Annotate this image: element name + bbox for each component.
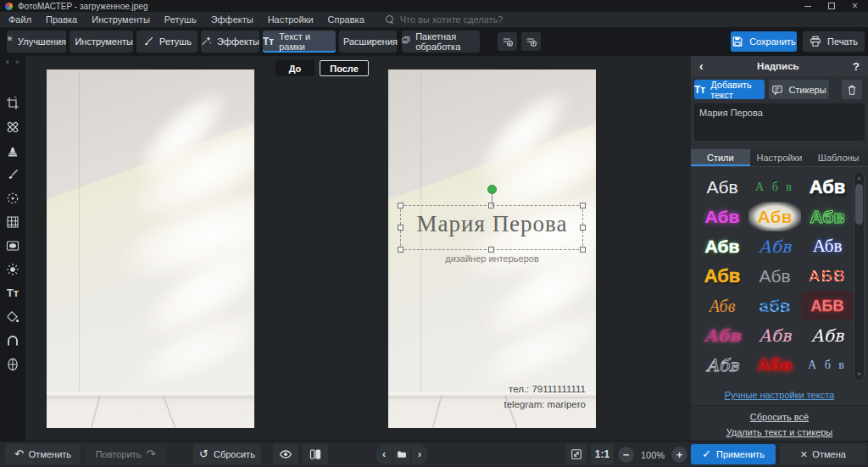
resize-handle[interactable]: [580, 247, 586, 253]
resize-handle[interactable]: [398, 225, 403, 231]
import-preset-button[interactable]: [521, 32, 541, 51]
text-style-tile[interactable]: Абв: [801, 172, 854, 202]
save-button[interactable]: Сохранить: [731, 31, 797, 52]
add-text-button[interactable]: Tт Добавить текст: [694, 80, 765, 99]
rotate-handle[interactable]: [487, 185, 497, 194]
menu-file[interactable]: Файл: [8, 14, 31, 25]
delete-text-stickers-link[interactable]: Удалить текст и стикеры: [691, 427, 868, 437]
zoom-in-button[interactable]: +: [671, 447, 687, 463]
text-style-tile[interactable]: Абв: [748, 261, 801, 291]
text-style-tile[interactable]: АБВ: [801, 261, 854, 291]
tab-retouch[interactable]: Ретушь: [136, 31, 198, 53]
text-style-tile[interactable]: А б в: [748, 172, 801, 202]
text-tool-icon[interactable]: Tт: [6, 286, 19, 300]
apply-button[interactable]: ✓ Применить: [691, 444, 776, 464]
menu-retouch[interactable]: Ретушь: [164, 14, 197, 25]
vignette-icon[interactable]: [6, 239, 19, 253]
text-style-tile[interactable]: Абв: [801, 320, 854, 350]
scrollbar-thumb[interactable]: [855, 184, 863, 225]
text-style-tile[interactable]: Абв: [748, 231, 801, 261]
close-icon[interactable]: ×: [852, 2, 858, 10]
text-style-tile[interactable]: Абв: [696, 350, 748, 380]
text-style-tile[interactable]: Абв: [801, 202, 854, 231]
adjustment-brush-icon[interactable]: [6, 168, 19, 181]
text-selection-box[interactable]: [400, 205, 583, 250]
resize-handle[interactable]: [580, 225, 586, 231]
text-style-tile[interactable]: Абв: [696, 380, 748, 386]
scroll-down-icon[interactable]: ▾: [854, 371, 864, 378]
face-mesh-icon[interactable]: [6, 358, 19, 371]
resize-handle[interactable]: [580, 203, 586, 208]
prev-photo-button[interactable]: ‹: [376, 444, 392, 464]
sidebar-close-icon[interactable]: ×: [5, 58, 9, 66]
text-style-tile[interactable]: Абв: [748, 202, 801, 231]
healing-patch-icon[interactable]: [6, 120, 19, 134]
compare-view-button[interactable]: [303, 444, 328, 464]
brightness-icon[interactable]: [6, 263, 19, 276]
text-style-tile[interactable]: Абв: [801, 231, 854, 261]
text-style-tile[interactable]: Абв: [748, 380, 801, 386]
text-style-tile[interactable]: Абв: [696, 202, 748, 231]
tab-improvements[interactable]: Улучшения: [7, 31, 66, 53]
tab-settings[interactable]: Настройки: [750, 149, 810, 166]
tab-effects[interactable]: Эффекты: [201, 31, 259, 53]
text-style-tile[interactable]: Абв: [696, 231, 748, 261]
clone-stamp-icon[interactable]: [6, 144, 19, 158]
stickers-button[interactable]: Стикеры: [769, 80, 829, 99]
overlay-subtitle-text[interactable]: дизайнер интерьеров: [388, 253, 596, 264]
fill-bucket-icon[interactable]: [6, 310, 19, 324]
fit-screen-button[interactable]: [566, 444, 587, 464]
styles-scrollbar[interactable]: ▴ ▾: [854, 171, 865, 381]
print-button[interactable]: Печать: [803, 31, 865, 52]
menu-tools[interactable]: Инструменты: [92, 14, 150, 25]
sidebar-collapse-icon[interactable]: «: [15, 58, 19, 66]
after-button[interactable]: После: [320, 60, 369, 76]
menu-settings[interactable]: Настройки: [268, 14, 314, 25]
tab-templates[interactable]: Шаблоны: [809, 149, 868, 166]
text-input[interactable]: Мария Перова: [694, 103, 865, 141]
tab-extensions[interactable]: Расширения: [339, 31, 397, 53]
reset-all-link[interactable]: Сбросить всё: [691, 412, 868, 422]
text-style-tile[interactable]: АБВ: [801, 291, 854, 320]
resize-handle[interactable]: [398, 247, 403, 253]
reset-button[interactable]: ↺ Сбросить: [193, 444, 261, 464]
next-photo-button[interactable]: ›: [410, 444, 428, 464]
radial-filter-icon[interactable]: [6, 192, 19, 205]
tab-batch-processing[interactable]: Пакетная обработка: [402, 31, 480, 53]
mosaic-icon[interactable]: [6, 215, 19, 229]
menu-edit[interactable]: Правка: [46, 14, 77, 25]
menu-effects[interactable]: Эффекты: [211, 14, 253, 25]
text-style-tile[interactable]: Абв: [696, 172, 748, 202]
tab-text-frames[interactable]: Tт Текст и рамки: [263, 31, 336, 53]
menu-help[interactable]: Справка: [328, 14, 364, 25]
cancel-button[interactable]: × Отмена: [780, 444, 866, 464]
minimize-icon[interactable]: [804, 6, 811, 7]
help-icon[interactable]: ?: [853, 60, 860, 73]
text-style-tile[interactable]: Абв: [801, 380, 854, 386]
tab-styles[interactable]: Стили: [691, 149, 750, 166]
open-folder-button[interactable]: [392, 444, 410, 464]
tab-tools[interactable]: Инструменты: [70, 31, 133, 53]
text-style-tile[interactable]: Абв: [696, 320, 748, 350]
export-preset-button[interactable]: [498, 32, 517, 51]
text-style-tile[interactable]: Абв: [748, 320, 801, 350]
manual-text-settings-link[interactable]: Ручные настройки текста: [691, 390, 868, 400]
resize-handle[interactable]: [398, 203, 403, 208]
zoom-1-1-button[interactable]: 1:1: [591, 444, 614, 464]
zoom-out-button[interactable]: −: [618, 447, 634, 463]
resize-handle[interactable]: [488, 247, 494, 253]
curve-arc-icon[interactable]: [6, 334, 19, 347]
text-style-tile[interactable]: абв: [748, 291, 801, 320]
text-style-tile[interactable]: Абв: [696, 261, 748, 291]
undo-button[interactable]: ↶ Отменить: [5, 444, 81, 464]
maximize-icon[interactable]: [828, 3, 835, 9]
text-style-tile[interactable]: А б в: [801, 350, 854, 380]
text-style-tile[interactable]: Абв: [696, 291, 748, 320]
delete-button[interactable]: [842, 80, 862, 99]
overlay-contact-text[interactable]: тел.: 79111111111 telegram: maripero: [504, 381, 586, 412]
scroll-up-icon[interactable]: ▴: [854, 175, 864, 181]
crop-rotate-icon[interactable]: [6, 97, 19, 110]
text-style-tile[interactable]: Абв: [748, 350, 801, 380]
search-input[interactable]: Что вы хотите сделать?: [386, 14, 504, 25]
before-button[interactable]: До: [275, 60, 314, 76]
